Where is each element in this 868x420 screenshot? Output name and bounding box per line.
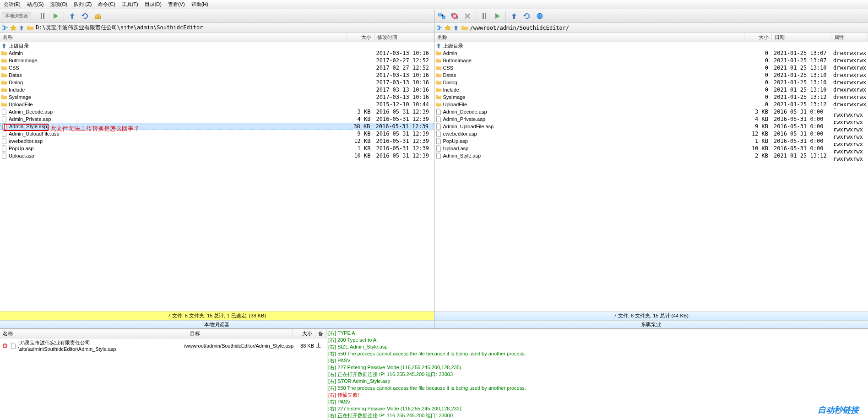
- up-icon: [435, 43, 442, 49]
- refresh-icon[interactable]: [521, 11, 532, 22]
- col-date[interactable]: 修改时间: [374, 33, 434, 42]
- col-date[interactable]: 日期: [772, 33, 831, 42]
- file-row[interactable]: Admin_Decode.asp3 KB2016-05-31 0:00-rwxr…: [434, 108, 868, 115]
- file-row[interactable]: UploadFile02021-01-25 13:12drwxrwxrwx: [434, 101, 868, 108]
- file-row[interactable]: CSS02021-01-25 13:10drwxrwxrwx: [434, 64, 868, 71]
- menu-item[interactable]: 查看(V): [168, 1, 185, 8]
- tree-icon[interactable]: [2, 25, 8, 31]
- file-row[interactable]: Dialog2017-03-13 10:16: [0, 79, 434, 86]
- folder-icon: [1, 50, 7, 56]
- file-row[interactable]: ButtonImage02021-01-25 13:07drwxrwxrwx: [434, 57, 868, 64]
- remote-header: 名称 大小 日期 属性: [434, 33, 868, 42]
- folder-icon: [461, 24, 468, 32]
- abort-icon[interactable]: [462, 11, 473, 22]
- q-col-name[interactable]: 名称: [0, 329, 187, 338]
- col-size[interactable]: 大小: [347, 33, 374, 42]
- menu-item[interactable]: 选项(O): [50, 1, 67, 8]
- file-row[interactable]: Upload.asp10 KB2016-05-31 12:39: [0, 152, 434, 159]
- file-row[interactable]: Admin02021-01-25 13:07drwxrwxrwx: [434, 49, 868, 57]
- file-row[interactable]: Dialog02021-01-25 13:10drwxrwxrwx: [434, 79, 868, 86]
- star-icon[interactable]: [10, 25, 16, 31]
- folder-icon: [1, 87, 7, 93]
- updir-row[interactable]: 上级目录: [0, 42, 434, 49]
- log-line: [右] 正在打开数据连接 IP: 116.255.245.200 端口: 330…: [328, 412, 867, 419]
- file-row[interactable]: ewebeditor.asp12 KB2016-05-31 0:00-rwxrw…: [434, 130, 868, 137]
- queue-src: D:\灵宝市波伟实业有限责任公司\site\admin\SouthidcEdit…: [18, 339, 182, 352]
- local-sublabel: 本地浏览器: [0, 320, 434, 328]
- file-icon: [1, 109, 7, 115]
- file-row[interactable]: CSS2017-02-27 12:52: [0, 64, 434, 71]
- local-path-input[interactable]: [36, 25, 432, 31]
- pause-icon[interactable]: [479, 11, 490, 22]
- queue-dst: /wwwroot/admin/SouthidcEditor/Admin_Styl…: [184, 343, 289, 349]
- star-icon[interactable]: [445, 25, 451, 31]
- refresh-icon[interactable]: [80, 11, 91, 22]
- log-line: [右] STOR Admin_Style.asp: [328, 378, 867, 385]
- file-row[interactable]: ButtonImage2017-02-27 12:52: [0, 57, 434, 64]
- file-row[interactable]: Admin_Private.asp4 KB2016-05-31 12:39: [0, 115, 434, 123]
- remote-path-input[interactable]: [470, 25, 867, 31]
- menu-item[interactable]: 队列 (Z): [74, 1, 92, 8]
- menu-item[interactable]: 目录(D): [145, 1, 162, 8]
- file-row[interactable]: SysImage02021-01-25 13:12drwxrwxrwx: [434, 93, 868, 101]
- folder-icon: [1, 94, 7, 100]
- queue-pane: 名称 目标 大小 备 D:\灵宝市波伟实业有限责任公司\site\admin\S…: [0, 329, 327, 420]
- menu-item[interactable]: 命令(C): [98, 1, 115, 8]
- q-col-size[interactable]: 大小: [293, 329, 315, 338]
- file-row[interactable]: UploadFile2015-12-10 10:44: [0, 101, 434, 108]
- local-filelist[interactable]: 名称 大小 修改时间 上级目录 Admin2017-03-13 10:16But…: [0, 33, 434, 311]
- file-row[interactable]: Upload.asp10 KB2016-05-31 0:00-rwxrwxrwx: [434, 145, 868, 152]
- file-row[interactable]: PopUp.asp1 KB2016-05-31 12:39: [0, 145, 434, 152]
- file-row[interactable]: PopUp.asp1 KB2016-05-31 0:00-rwxrwxrwx: [434, 137, 868, 145]
- log-pane[interactable]: [右] REST STREAM[右] 211 END[右] PWD[右] 257…: [327, 329, 868, 420]
- folder-icon: [435, 50, 442, 56]
- disconnect-icon[interactable]: [449, 11, 460, 22]
- col-name[interactable]: 名称: [434, 33, 745, 42]
- play-icon[interactable]: [50, 11, 61, 22]
- menu-item[interactable]: 帮助(H): [191, 1, 208, 8]
- transfer-icon[interactable]: [509, 11, 520, 22]
- file-row[interactable]: Datas2017-03-13 10:16: [0, 71, 434, 79]
- file-row[interactable]: Admin2017-03-13 10:16: [0, 49, 434, 57]
- col-attr[interactable]: 属性: [831, 33, 868, 42]
- play-icon[interactable]: [492, 11, 503, 22]
- updir-row[interactable]: 上级目录: [434, 42, 868, 49]
- up-arrow-icon[interactable]: [453, 25, 459, 31]
- local-browser-tag: 本地浏览器: [2, 12, 31, 20]
- globe-icon[interactable]: [534, 11, 545, 22]
- col-size[interactable]: 大小: [744, 33, 772, 42]
- transfer-icon[interactable]: [67, 11, 78, 22]
- q-col-remark[interactable]: 备: [315, 329, 327, 338]
- up-arrow-icon[interactable]: [18, 25, 25, 31]
- file-row[interactable]: Datas02021-01-25 13:10drwxrwxrwx: [434, 71, 868, 79]
- file-row[interactable]: Admin_Private.asp4 KB2016-05-31 0:00-rwx…: [434, 115, 868, 123]
- file-row[interactable]: SysImage2017-03-13 10:16: [0, 93, 434, 101]
- col-name[interactable]: 名称: [0, 33, 347, 42]
- local-header: 名称 大小 修改时间: [0, 33, 434, 42]
- file-row[interactable]: ewebeditor.asp12 KB2016-05-31 12:39: [0, 137, 434, 145]
- file-row[interactable]: Include2017-03-13 10:16: [0, 86, 434, 93]
- pause-icon[interactable]: [37, 11, 48, 22]
- file-row[interactable]: Admin_Style.asp2 KB2021-01-25 13:12-rwxr…: [434, 152, 868, 159]
- watermark-text: 自动秒链接: [818, 404, 859, 415]
- file-row[interactable]: Include02021-01-25 13:10drwxrwxrwx: [434, 86, 868, 93]
- file-icon: [1, 138, 7, 144]
- queue-header: 名称 目标 大小 备: [0, 329, 327, 338]
- home-icon[interactable]: [92, 11, 103, 22]
- log-line: [右] PASV: [328, 357, 867, 364]
- queue-row[interactable]: D:\灵宝市波伟实业有限责任公司\site\admin\SouthidcEdit…: [0, 338, 327, 353]
- menu-item[interactable]: 会话(E): [4, 1, 21, 8]
- q-col-target[interactable]: 目标: [187, 329, 293, 338]
- log-line: [右] PASV: [328, 398, 867, 405]
- file-icon: [435, 138, 442, 144]
- remote-status: 7 文件, 8 文件夹, 15 总计 (44 KB): [434, 311, 868, 320]
- menu-item[interactable]: 工具(T): [122, 1, 138, 8]
- menu-item[interactable]: 站点(S): [27, 1, 44, 8]
- file-row[interactable]: Admin_Decode.asp3 KB2016-05-31 12:39: [0, 108, 434, 115]
- folder-icon: [1, 101, 7, 108]
- remote-filelist[interactable]: 名称 大小 日期 属性 上级目录 Admin02021-01-25 13:07d…: [434, 33, 868, 311]
- file-row[interactable]: Admin_UploadFile.asp9 KB2016-05-31 0:00-…: [434, 123, 868, 130]
- connect-icon[interactable]: [436, 11, 447, 22]
- file-icon: [435, 109, 442, 115]
- tree-icon[interactable]: [436, 25, 443, 31]
